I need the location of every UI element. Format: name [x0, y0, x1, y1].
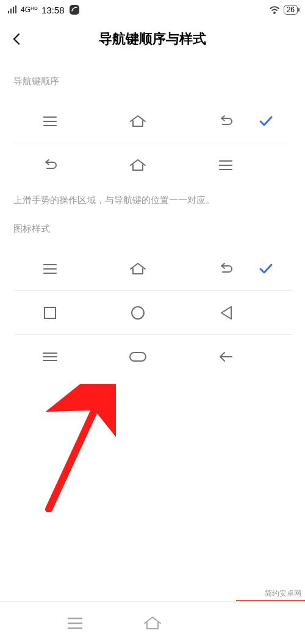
selected-check-icon: [254, 113, 278, 129]
svg-point-2: [132, 307, 144, 319]
back-u-icon: [216, 112, 235, 131]
svg-rect-3: [130, 352, 146, 361]
nav-home-button[interactable]: [140, 611, 165, 635]
home-icon: [128, 259, 148, 279]
recent-lines-icon: [216, 156, 235, 175]
annotation-arrow-icon: [43, 384, 116, 512]
wifi-icon: [269, 5, 280, 14]
section-label-style: 图标样式: [0, 223, 305, 247]
recent-lines-icon: [40, 259, 60, 279]
icon-style-option-2[interactable]: [13, 291, 293, 335]
recent-lines-icon: [40, 112, 60, 131]
home-icon: [128, 112, 148, 131]
back-button[interactable]: [7, 29, 27, 49]
back-triangle-icon: [216, 303, 235, 323]
svg-rect-1: [45, 307, 56, 318]
icon-style-option-3[interactable]: [13, 335, 293, 379]
icon-style-option-1[interactable]: [13, 247, 293, 291]
nav-order-option-1[interactable]: [13, 99, 293, 143]
home-circle-icon: [128, 303, 148, 323]
section-label-order: 导航键顺序: [0, 76, 305, 99]
selected-check-icon: [254, 261, 278, 277]
nav-recent-button[interactable]: [63, 611, 87, 635]
page-header: 导航键顺序与样式: [0, 20, 305, 59]
nav-order-option-2[interactable]: [13, 143, 293, 187]
home-pill-icon: [128, 347, 148, 367]
page-title: 导航键顺序与样式: [27, 30, 278, 48]
status-time: 13:58: [41, 5, 65, 15]
network-label: 4Gᴴᴰ: [21, 5, 38, 14]
helper-text-order: 上滑手势的操作区域，与导航键的位置一一对应。: [0, 187, 305, 223]
status-bar: 4Gᴴᴰ 13:58 26: [0, 0, 305, 20]
watermark-site-name: 简约安卓网: [261, 587, 305, 600]
recent-square-icon: [40, 303, 60, 323]
back-u-icon: [40, 156, 60, 175]
back-arrow-icon: [216, 347, 235, 367]
system-nav-bar: [0, 601, 305, 644]
back-u-icon: [216, 259, 235, 279]
signal-icon: [7, 5, 17, 14]
notification-icon: [68, 4, 81, 16]
battery-indicator: 26: [284, 5, 298, 15]
svg-rect-0: [70, 5, 79, 15]
home-icon: [128, 156, 148, 175]
recent-thin-lines-icon: [40, 347, 60, 367]
